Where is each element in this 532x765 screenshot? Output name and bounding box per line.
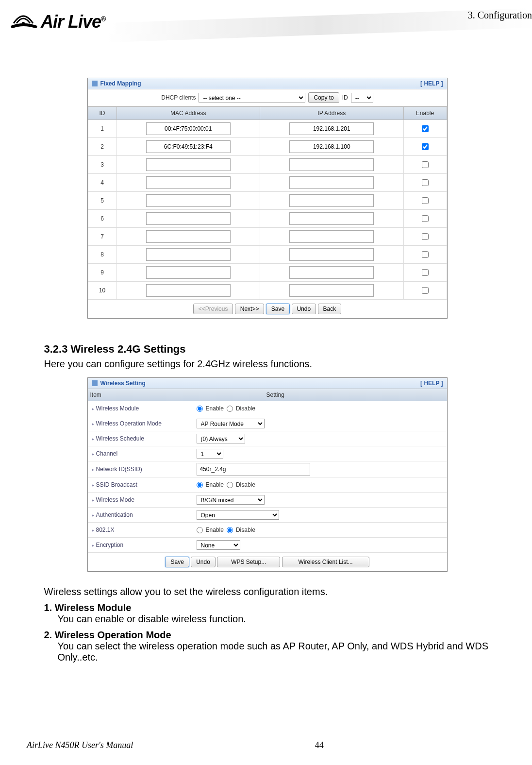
wireless-setting-panel: Wireless Setting [ HELP ] Item Setting W…	[87, 377, 448, 572]
copy-to-button[interactable]: Copy to	[308, 92, 339, 103]
radio-label: Disable	[236, 405, 255, 412]
back-button[interactable]: Back	[318, 304, 342, 314]
mac-input[interactable]	[146, 266, 231, 279]
table-row: 10	[88, 282, 447, 300]
wireless-save-button[interactable]: Save	[165, 557, 189, 567]
ip-input[interactable]	[289, 176, 374, 189]
enable-checkbox[interactable]	[422, 125, 429, 132]
help-link[interactable]: [ HELP ]	[420, 380, 443, 387]
enable-checkbox[interactable]	[422, 197, 429, 204]
row-id: 8	[88, 246, 116, 264]
enable-checkbox[interactable]	[422, 269, 429, 276]
row-id: 1	[88, 120, 116, 138]
mac-input[interactable]	[146, 140, 231, 153]
section-intro: Here you can configure settings for 2.4G…	[44, 358, 491, 370]
ip-input[interactable]	[289, 284, 374, 297]
enable-checkbox[interactable]	[422, 233, 429, 240]
wireless-item-label: Wireless Module	[88, 405, 194, 412]
col-enable: Enable	[403, 107, 447, 120]
wireless-item-label: 802.1X	[88, 527, 194, 533]
mac-input[interactable]	[146, 158, 231, 171]
next-button[interactable]: Next>>	[235, 304, 265, 314]
table-row: 6	[88, 210, 447, 228]
enable-checkbox[interactable]	[422, 215, 429, 222]
radio-label: Disable	[236, 481, 255, 488]
wireless-select[interactable]: B/G/N mixed	[197, 495, 265, 505]
id-label: ID	[342, 94, 348, 101]
enable-checkbox[interactable]	[422, 161, 429, 168]
mac-input[interactable]	[146, 194, 231, 207]
ip-input[interactable]	[289, 122, 374, 135]
wireless-item-label: Authentication	[88, 511, 194, 518]
wireless-select[interactable]: AP Router Mode	[197, 419, 265, 428]
mapping-table: ID MAC Address IP Address Enable 1 2 3 4…	[88, 106, 447, 300]
section-heading: 3.2.3 Wireless 2.4G Settings	[44, 343, 491, 356]
enable-checkbox[interactable]	[422, 179, 429, 186]
mac-input[interactable]	[146, 176, 231, 189]
wireless-title: Wireless Setting	[100, 380, 146, 387]
logo-wave-icon	[9, 4, 38, 23]
wireless-opmode-desc: You can select the wireless operation mo…	[44, 641, 491, 663]
radio-enable[interactable]	[197, 527, 203, 533]
mac-input[interactable]	[146, 284, 231, 297]
radio-disable[interactable]	[227, 406, 233, 412]
ip-input[interactable]	[289, 140, 374, 153]
mac-input[interactable]	[146, 248, 231, 261]
id-select[interactable]: --	[351, 93, 373, 102]
row-id: 4	[88, 174, 116, 192]
ip-input[interactable]	[289, 212, 374, 225]
footer-manual: AirLive N450R User's Manual	[27, 740, 133, 750]
col-setting: Setting	[104, 389, 447, 401]
ip-input[interactable]	[289, 248, 374, 261]
wireless-undo-button[interactable]: Undo	[191, 557, 216, 567]
panel-icon	[92, 81, 98, 86]
wps-setup-button[interactable]: WPS Setup...	[217, 557, 280, 567]
row-id: 5	[88, 192, 116, 210]
row-id: 3	[88, 156, 116, 174]
table-row: 8	[88, 246, 447, 264]
radio-disable[interactable]	[227, 527, 233, 533]
table-row: 7	[88, 228, 447, 246]
ip-input[interactable]	[289, 194, 374, 207]
footer-page: 44	[315, 740, 324, 750]
radio-enable[interactable]	[197, 406, 203, 412]
mac-input[interactable]	[146, 122, 231, 135]
fixed-mapping-title: Fixed Mapping	[100, 80, 141, 87]
wireless-client-list-button[interactable]: Wireless Client List...	[282, 557, 369, 567]
help-link[interactable]: [ HELP ]	[420, 80, 443, 87]
radio-label: Enable	[206, 405, 224, 412]
ip-input[interactable]	[289, 230, 374, 243]
wireless-select[interactable]: Open	[197, 510, 279, 520]
wireless-item-label: Wireless Operation Mode	[88, 420, 194, 427]
wireless-select[interactable]: (0) Always	[197, 434, 245, 443]
previous-button[interactable]: <<Previous	[193, 304, 233, 314]
wireless-select[interactable]: 1	[197, 449, 223, 459]
row-id: 9	[88, 264, 116, 282]
wireless-row: Wireless Operation ModeAP Router Mode	[88, 416, 447, 431]
wireless-item-label: Wireless Mode	[88, 496, 194, 503]
wireless-row: Channel1	[88, 446, 447, 461]
wireless-module-title: 1. Wireless Module	[44, 602, 132, 613]
wireless-row: Wireless Schedule(0) Always	[88, 431, 447, 446]
undo-button[interactable]: Undo	[292, 304, 316, 314]
col-mac: MAC Address	[116, 107, 260, 120]
dhcp-clients-select[interactable]: -- select one --	[199, 93, 305, 102]
enable-checkbox[interactable]	[422, 287, 429, 294]
ssid-input[interactable]	[197, 463, 310, 476]
radio-disable[interactable]	[227, 482, 233, 488]
wireless-select[interactable]: None	[197, 540, 240, 550]
save-button[interactable]: Save	[266, 304, 290, 314]
panel-icon	[92, 380, 98, 386]
mac-input[interactable]	[146, 230, 231, 243]
row-id: 6	[88, 210, 116, 228]
enable-checkbox[interactable]	[422, 251, 429, 258]
enable-checkbox[interactable]	[422, 143, 429, 150]
radio-enable[interactable]	[197, 482, 203, 488]
mac-input[interactable]	[146, 212, 231, 225]
col-item: Item	[88, 389, 104, 401]
logo-text: Air Live	[41, 12, 101, 32]
radio-label: Disable	[236, 527, 255, 533]
ip-input[interactable]	[289, 266, 374, 279]
row-id: 2	[88, 138, 116, 156]
ip-input[interactable]	[289, 158, 374, 171]
